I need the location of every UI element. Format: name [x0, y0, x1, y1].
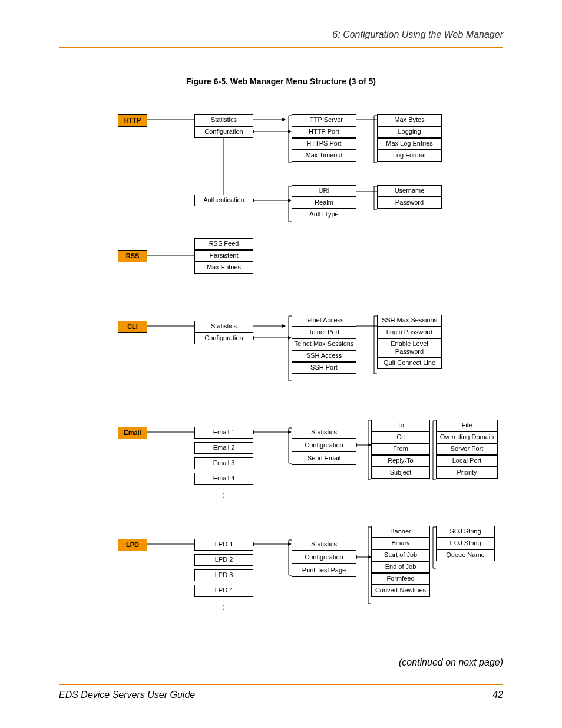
email-send: Send Email [292, 453, 356, 465]
cli-root: CLI [118, 321, 147, 333]
password: Password [377, 197, 442, 209]
email-3: Email 3 [194, 457, 253, 469]
email-4: Email 4 [194, 473, 253, 485]
telnet-max-sessions: Telnet Max Sessions [292, 338, 356, 350]
email-overriding-domain: Overriding Domain [436, 431, 498, 443]
http-authentication: Authentication [194, 195, 253, 206]
lpd-print-test: Print Test Page [292, 565, 356, 577]
bottom-rule [59, 684, 503, 685]
lpd-4: LPD 4 [194, 585, 253, 597]
lpd-3: LPD 3 [194, 569, 253, 581]
top-rule [59, 47, 503, 48]
rss-max-entries: Max Entries [194, 262, 253, 274]
lpd-configuration: Configuration [292, 552, 356, 564]
ssh-max-sessions: SSH Max Sessions [377, 315, 442, 327]
lpd-1: LPD 1 [194, 539, 253, 551]
https-port: HTTPS Port [292, 138, 356, 150]
lpd-start-of-job: Start of Job [371, 549, 430, 561]
rss-feed: RSS Feed [194, 238, 253, 250]
email-1: Email 1 [194, 427, 253, 439]
login-password: Login Password [377, 327, 442, 338]
email-from: From [371, 443, 430, 455]
lpd-queue-name: Queue Name [436, 549, 495, 561]
email-local-port: Local Port [436, 455, 498, 467]
chapter-header: 6: Configuration Using the Web Manager [59, 29, 503, 40]
email-ellipsis: ... [221, 487, 227, 498]
http-port: HTTP Port [292, 126, 356, 138]
lpd-soj-string: SOJ String [436, 526, 495, 538]
log-format: Log Format [377, 150, 442, 162]
email-configuration: Configuration [292, 440, 356, 452]
page-number: 42 [492, 690, 503, 700]
http-root: HTTP [118, 114, 147, 127]
menu-structure-diagram: HTTP Statistics Configuration HTTP Serve… [118, 112, 501, 625]
rss-root: RSS [118, 250, 147, 262]
lpd-ellipsis: ... [221, 599, 227, 610]
lpd-root: LPD [118, 539, 147, 551]
telnet-port: Telnet Port [292, 327, 356, 338]
figure-title: Figure 6-5. Web Manager Menu Structure (… [59, 77, 503, 86]
email-replyto: Reply-To [371, 455, 430, 467]
logging: Logging [377, 126, 442, 138]
lpd-eoj-string: EOJ String [436, 538, 495, 549]
auth-type: Auth Type [292, 209, 356, 220]
http-configuration: Configuration [194, 126, 253, 138]
footer-title: EDS Device Servers User Guide [59, 690, 195, 700]
telnet-access: Telnet Access [292, 315, 356, 327]
rss-persistent: Persistent [194, 250, 253, 262]
email-root: Email [118, 427, 147, 439]
cli-statistics: Statistics [194, 321, 253, 332]
cli-configuration: Configuration [194, 332, 253, 344]
email-file: File [436, 420, 498, 431]
enable-level-password: Enable Level Password [377, 338, 442, 357]
email-2: Email 2 [194, 442, 253, 454]
email-server-port: Server Port [436, 443, 498, 455]
http-server: HTTP Server [292, 114, 356, 126]
continued-text: (continued on next page) [399, 657, 503, 668]
lpd-banner: Banner [371, 526, 430, 538]
lpd-2: LPD 2 [194, 554, 253, 566]
max-log-entries: Max Log Entries [377, 138, 442, 150]
ssh-port: SSH Port [292, 362, 356, 374]
email-to: To [371, 420, 430, 431]
uri: URI [292, 185, 356, 197]
lpd-formfeed: Formfeed [371, 573, 430, 585]
email-statistics: Statistics [292, 427, 356, 439]
realm: Realm [292, 197, 356, 209]
max-timeout: Max Timeout [292, 150, 356, 162]
email-priority: Priority [436, 467, 498, 479]
http-statistics: Statistics [194, 114, 253, 126]
lpd-end-of-job: End of Job [371, 561, 430, 573]
lpd-convert-newlines: Convert Newlines [371, 585, 430, 597]
username: Username [377, 185, 442, 197]
lpd-statistics: Statistics [292, 539, 356, 551]
lpd-binary: Binary [371, 538, 430, 549]
email-cc: Cc [371, 431, 430, 443]
email-subject: Subject [371, 467, 430, 479]
max-bytes: Max Bytes [377, 114, 442, 126]
ssh-access: SSH Access [292, 350, 356, 362]
quit-connect-line: Quit Connect Line [377, 357, 442, 369]
